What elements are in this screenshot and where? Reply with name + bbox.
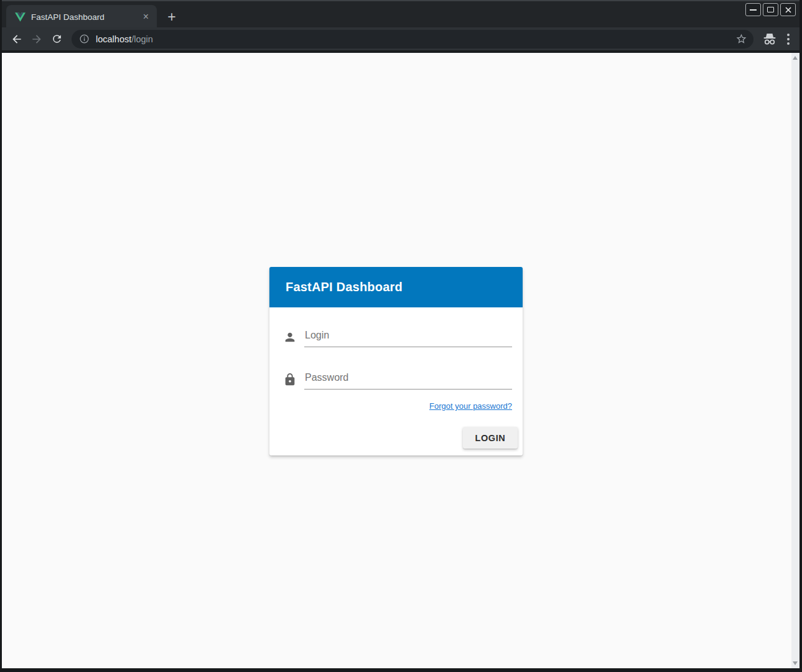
reload-icon <box>51 33 63 45</box>
browser-tab[interactable]: FastAPI Dashboard × <box>6 5 157 29</box>
lock-icon <box>283 373 297 386</box>
login-field-row <box>283 326 512 347</box>
browser-toolbar: localhost/login <box>2 27 800 50</box>
window-minimize-button[interactable] <box>745 3 761 16</box>
scroll-down-icon[interactable] <box>793 661 798 665</box>
page-content: FastAPI Dashboard Forgot your password? <box>2 52 800 668</box>
login-card-body: Forgot your password? LOGIN <box>269 307 523 455</box>
tab-close-icon[interactable]: × <box>140 11 152 23</box>
login-input[interactable] <box>304 330 512 347</box>
new-tab-button[interactable]: + <box>162 7 181 26</box>
window-controls <box>745 3 796 16</box>
forgot-password-link[interactable]: Forgot your password? <box>429 401 512 411</box>
url-path: /login <box>131 34 153 44</box>
page-info-icon[interactable] <box>79 34 90 44</box>
browser-menu-button[interactable] <box>786 32 791 46</box>
password-field-row <box>283 368 512 390</box>
forward-button[interactable] <box>27 29 47 49</box>
window-maximize-button[interactable] <box>763 3 778 16</box>
toolbar-right-group <box>762 32 791 46</box>
vue-favicon-icon <box>15 12 26 22</box>
address-bar[interactable]: localhost/login <box>72 30 753 49</box>
incognito-icon <box>762 32 777 46</box>
person-icon <box>283 330 297 344</box>
back-button[interactable] <box>7 29 27 49</box>
url-text[interactable]: localhost/login <box>96 34 735 44</box>
reload-button[interactable] <box>47 29 67 49</box>
forward-arrow-icon <box>30 33 43 45</box>
page-scrollbar[interactable] <box>791 53 800 668</box>
url-host: localhost <box>96 34 131 44</box>
close-icon <box>785 6 792 14</box>
maximize-icon <box>767 7 774 12</box>
browser-window-frame: FastAPI Dashboard × + <box>0 0 802 672</box>
tab-strip: FastAPI Dashboard × + <box>2 0 800 27</box>
login-card: FastAPI Dashboard Forgot your password? <box>269 267 523 455</box>
tab-title: FastAPI Dashboard <box>31 12 140 22</box>
window-close-button[interactable] <box>780 3 796 16</box>
login-card-header: FastAPI Dashboard <box>269 267 523 307</box>
login-button[interactable]: LOGIN <box>463 427 518 449</box>
bookmark-star-icon[interactable] <box>735 33 747 45</box>
minimize-icon <box>750 9 757 11</box>
login-card-title: FastAPI Dashboard <box>286 280 403 294</box>
scroll-up-icon[interactable] <box>793 56 798 60</box>
password-input[interactable] <box>304 372 512 390</box>
back-arrow-icon <box>11 33 23 45</box>
browser-window: FastAPI Dashboard × + <box>2 0 800 668</box>
